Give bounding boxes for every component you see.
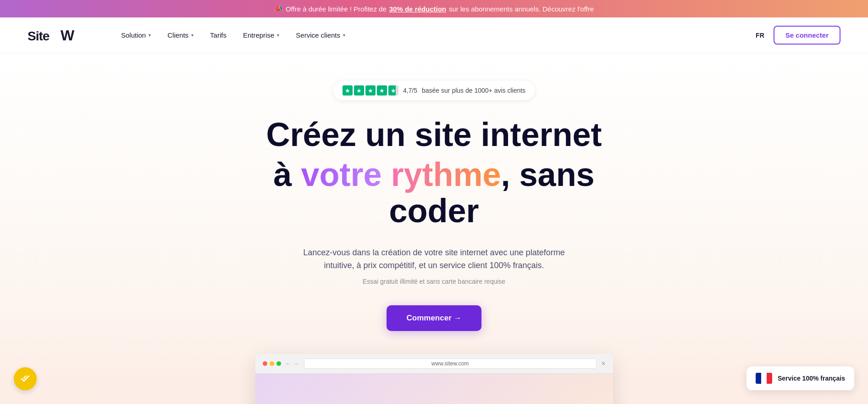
banner-icon: 📣 <box>274 5 283 13</box>
browser-bar: ← → www.sitew.com ✕ <box>255 354 613 374</box>
rating-score: 4,7/5 <box>403 87 417 94</box>
rating-badge: ★ ★ ★ ★ ★ 4,7/5 basée sur plus de 1000+ … <box>333 81 535 100</box>
svg-text:W: W <box>61 27 75 44</box>
nav-clients[interactable]: Clients ▾ <box>161 28 200 43</box>
browser-url: www.sitew.com <box>304 359 597 369</box>
hero-section: ★ ★ ★ ★ ★ 4,7/5 basée sur plus de 1000+ … <box>0 53 868 404</box>
service-badge: Service 100% français <box>746 366 854 390</box>
flag-red <box>767 373 772 384</box>
browser-mockup: ← → www.sitew.com ✕ <box>255 354 613 404</box>
star-4: ★ <box>377 85 387 95</box>
banner-promo: 30% de réduction <box>389 5 446 13</box>
hero-subtext: Essai gratuit illimité et sans carte ban… <box>363 278 505 285</box>
chevron-down-icon: ▾ <box>191 33 194 38</box>
flag-white <box>761 373 767 384</box>
cta-button[interactable]: Commencer → <box>387 305 482 331</box>
chevron-down-icon: ▾ <box>343 33 345 38</box>
dot-red <box>263 361 267 366</box>
logo[interactable]: Site W <box>28 27 87 44</box>
star-2: ★ <box>354 85 364 95</box>
nav-solution[interactable]: Solution ▾ <box>115 28 157 43</box>
french-flag <box>756 373 772 384</box>
hero-title-line1: Créez un site internet <box>266 117 602 153</box>
chevron-down-icon: ▾ <box>149 33 151 38</box>
language-selector[interactable]: FR <box>756 32 764 39</box>
browser-nav[interactable]: ← → <box>286 360 299 367</box>
banner-text-after: sur les abonnements annuels. Découvrez l… <box>449 5 594 13</box>
rating-description: basée sur plus de 1000+ avis clients <box>422 87 525 94</box>
browser-dots <box>263 361 281 366</box>
promo-banner[interactable]: 📣 Offre à durée limitée ! Profitez de 30… <box>0 0 868 17</box>
star-rating: ★ ★ ★ ★ ★ <box>343 85 398 95</box>
checkmark-icon <box>20 373 31 384</box>
dot-green <box>276 361 281 366</box>
chat-button[interactable] <box>14 367 37 390</box>
title-a: à <box>273 156 301 193</box>
back-icon[interactable]: ← <box>286 360 291 367</box>
title-votre: votre <box>301 156 391 193</box>
nav-right: FR Se connecter <box>756 26 840 45</box>
connect-button[interactable]: Se connecter <box>774 26 840 45</box>
star-3: ★ <box>365 85 376 95</box>
flag-blue <box>756 373 761 384</box>
nav-service-clients[interactable]: Service clients ▾ <box>289 28 352 43</box>
nav-tarifs[interactable]: Tarifs <box>204 28 233 43</box>
chevron-down-icon: ▾ <box>277 33 279 38</box>
navbar: Site W Solution ▾ Clients ▾ Tarifs Entre… <box>0 17 868 53</box>
forward-icon[interactable]: → <box>294 360 299 367</box>
nav-entreprise[interactable]: Entreprise ▾ <box>237 28 286 43</box>
star-5: ★ <box>388 85 398 95</box>
browser-close[interactable]: ✕ <box>601 360 606 367</box>
browser-content <box>255 374 613 404</box>
preview-area: ← → www.sitew.com ✕ + 208 visites <box>205 354 663 404</box>
hero-subtitle: Lancez-vous dans la création de votre si… <box>301 246 567 273</box>
title-rythme: rythme <box>391 156 501 193</box>
nav-links: Solution ▾ Clients ▾ Tarifs Entreprise ▾… <box>115 28 737 43</box>
dot-yellow <box>270 361 274 366</box>
hero-title-line2: à votre rythme, sans coder <box>228 157 641 229</box>
star-1: ★ <box>343 85 353 95</box>
service-label: Service 100% français <box>778 375 845 382</box>
banner-text-before: Offre à durée limitée ! Profitez de <box>286 5 387 13</box>
svg-text:Site: Site <box>28 29 50 43</box>
